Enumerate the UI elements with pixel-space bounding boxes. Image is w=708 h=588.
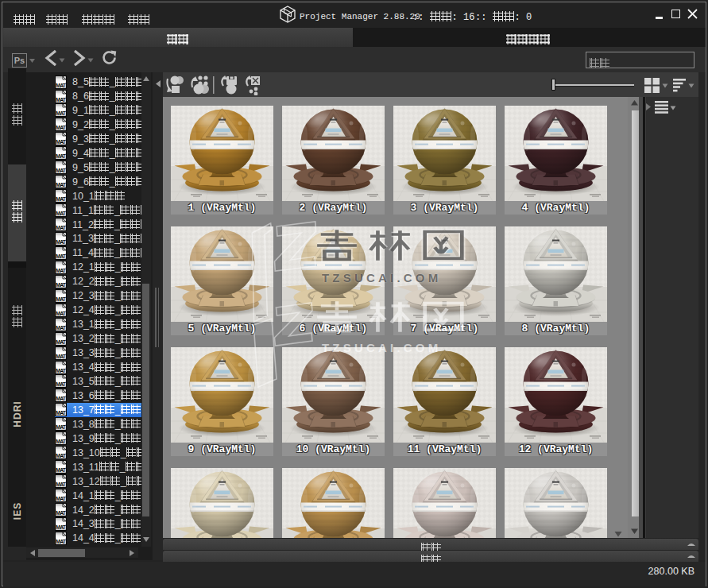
svg-text:MAT: MAT — [56, 97, 66, 103]
svg-text:MAT: MAT — [56, 354, 66, 359]
svg-text:MAT: MAT — [56, 253, 66, 259]
svg-text:MAT: MAT — [56, 524, 66, 530]
svg-text:MAT: MAT — [56, 453, 66, 458]
svg-text:MAT: MAT — [56, 139, 66, 145]
svg-text:MAT: MAT — [56, 282, 66, 288]
svg-text:MAT: MAT — [56, 381, 66, 387]
svg-text:MAT: MAT — [56, 168, 66, 173]
svg-text:MAT: MAT — [56, 239, 66, 245]
svg-text:MAT: MAT — [56, 482, 66, 487]
svg-text:MAT: MAT — [56, 296, 66, 302]
svg-text:MAT: MAT — [56, 83, 66, 88]
svg-text:MAT: MAT — [56, 196, 66, 202]
svg-text:MAT: MAT — [56, 510, 66, 516]
svg-text:MAT: MAT — [56, 325, 66, 331]
svg-text:MAT: MAT — [56, 211, 66, 216]
svg-text:MAT: MAT — [56, 496, 66, 501]
svg-text:MAT: MAT — [56, 110, 66, 116]
svg-text:MAT: MAT — [56, 396, 66, 401]
svg-text:MAT: MAT — [56, 225, 66, 230]
svg-text:MAT: MAT — [56, 424, 66, 430]
svg-text:MAT: MAT — [56, 339, 66, 345]
svg-text:MAT: MAT — [56, 268, 66, 273]
svg-text:MAT: MAT — [56, 410, 66, 416]
svg-text:MAT: MAT — [56, 182, 66, 188]
svg-text:MAT: MAT — [56, 368, 66, 373]
svg-text:MAT: MAT — [56, 153, 66, 159]
svg-text:MAT: MAT — [56, 125, 66, 130]
svg-text:MAT: MAT — [56, 467, 66, 473]
svg-text:MAT: MAT — [56, 311, 66, 316]
svg-text:MAT: MAT — [56, 439, 66, 444]
svg-text:MAT: MAT — [56, 539, 66, 544]
